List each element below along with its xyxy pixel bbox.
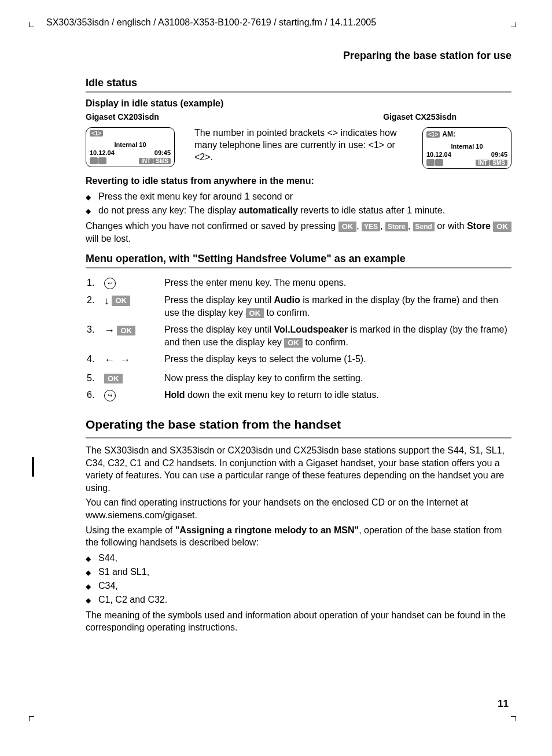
bold-text: Vol.Loudspeaker [274,324,348,334]
idle-sub: Display in idle status (example) [86,98,511,109]
bold-text: Store [467,221,491,231]
ok-button-label: OK [112,296,130,306]
header-path: SX303/353isdn / englisch / A31008-X353-B… [46,17,511,28]
arrow-right-icon: → [104,324,115,336]
crop-mark [511,716,516,721]
text: will be lost. [86,234,131,244]
crop-mark [29,716,34,721]
enter-menu-icon: ↩ [104,278,116,289]
step-text: Press the enter menu key. The menu opens… [163,274,511,292]
list-item: do not press any key: The display automa… [86,204,511,217]
crop-mark [511,22,516,27]
step-text: Press the display keys to select the vol… [163,351,511,369]
model-left: Gigaset CX203isdn [86,112,159,121]
operating-heading: Operating the base station from the hand… [86,418,511,432]
status-icon [435,159,443,166]
step-text: Hold down the exit menu key to return to… [163,386,511,404]
ok-button-label: OK [338,222,357,232]
paragraph: Using the example of "Assigning a ringto… [86,524,511,549]
idle-heading: Idle status [86,77,511,89]
step-row: 4. ← → Press the display keys to select … [86,351,511,369]
arrow-right-icon: → [120,354,130,366]
step-row: 3. → OK Press the display key until Vol.… [86,321,511,351]
line-extra: AM: [442,130,455,138]
send-button-label: Send [413,222,435,231]
page-number: 11 [498,698,509,710]
text: Changes which you have not confirmed or … [86,221,338,231]
step-text: Now press the display key to confirm the… [163,370,511,387]
content: Idle status Display in idle status (exam… [86,77,511,634]
section-marker [32,457,34,477]
ok-button-label: OK [493,222,511,232]
phone-display-right: <1> AM: Internal 10 10.12.04 09:45 [422,127,511,169]
text: reverts to idle status after 1 minute. [298,205,445,215]
step-icons: → OK [103,321,163,351]
steps-table: 1. ↩ Press the enter menu key. The menu … [86,274,511,404]
bold-text: Audio [274,295,300,305]
internal-label: Internal 10 [90,141,171,148]
phone-display-left: <1> Internal 10 10.12.04 09:45 [86,127,175,167]
status-icon [98,157,106,164]
exit-menu-icon: ↪ [104,390,116,401]
bold-text: Hold [164,390,185,400]
model-right: Gigaset CX253isdn [383,112,457,121]
time: 09:45 [154,149,171,156]
step-row: 2. ↓ OK Press the display key until Audi… [86,292,511,321]
handset-list: S44, S1 and SL1, C34, C1, C2 and C32. [86,551,511,607]
ok-button-label: OK [246,308,264,319]
softkey-int: INT [139,158,153,164]
step-num: 3. [86,321,103,351]
step-icons: ↩ [103,274,163,292]
text: or with [437,221,467,231]
ok-button-label: OK [117,326,135,336]
step-num: 4. [86,351,103,369]
status-icon [90,157,98,164]
crop-mark [29,22,34,27]
step-num: 1. [86,274,103,292]
step-text: Press the display key until Vol.Loudspea… [163,321,511,351]
ok-button-label: OK [284,338,303,348]
internal-label: Internal 10 [426,143,507,150]
list-item: Press the exit menu key for around 1 sec… [86,190,511,204]
yes-button-label: YES [362,222,380,231]
list-item: S1 and SL1, [86,565,511,579]
date: 10.12.04 [426,151,451,158]
revert-list: Press the exit menu key for around 1 sec… [86,190,511,217]
arrow-down-icon: ↓ [104,295,109,307]
text: to confirm. [303,337,348,347]
revert-heading: Reverting to idle status from anywhere i… [86,176,511,186]
display-row: <1> Internal 10 10.12.04 09:45 [86,127,511,169]
list-item: C34, [86,579,511,593]
status-icon [426,159,435,166]
step-text: Press the display key until Audio is mar… [163,292,511,321]
paragraph: The SX303isdn and SX353isdn or CX203isdn… [86,444,511,494]
text: Press the display key until [164,324,274,334]
text: Using the example of [86,525,175,535]
step-row: 5. OK Now press the display key to confi… [86,370,511,387]
step-row: 6. ↪ Hold down the exit menu key to retu… [86,386,511,404]
divider [86,91,511,93]
step-num: 2. [86,292,103,321]
step-icons: ↪ [103,386,163,404]
step-icons: OK [103,370,163,387]
softkey-int: INT [476,160,490,166]
step-num: 5. [86,370,103,387]
menu-op-heading: Menu operation, with "Setting Handsfree … [86,253,511,265]
time: 09:45 [491,151,507,158]
text: down the exit menu key to return to idle… [185,390,379,400]
text: to confirm. [264,308,310,318]
ok-button-label: OK [104,374,123,384]
list-item: S44, [86,551,511,565]
divider [86,267,511,268]
date: 10.12.04 [90,149,115,156]
display-explain: The number in pointed brackets <> indica… [194,127,403,163]
bold-text: automatically [239,205,298,215]
text: do not press any key: The display [98,205,239,215]
revert-para: Changes which you have not confirmed or … [86,220,511,245]
step-icons: ← → [103,351,163,369]
step-num: 6. [86,386,103,404]
step-row: 1. ↩ Press the enter menu key. The menu … [86,274,511,292]
softkey-sms: SMS [153,158,171,164]
paragraph: You can find operating instructions for … [86,496,511,521]
arrow-left-icon: ← [104,354,115,366]
